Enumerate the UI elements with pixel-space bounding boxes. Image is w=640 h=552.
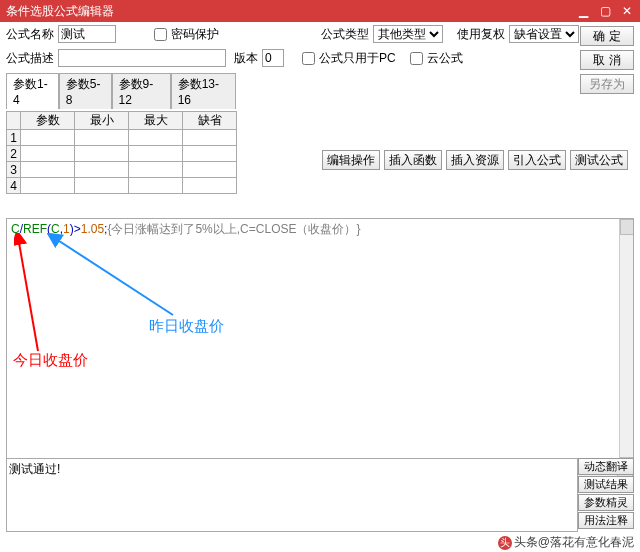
table-row: 1 [7, 130, 237, 146]
table-row: 4 [7, 178, 237, 194]
col-max: 最大 [129, 112, 183, 130]
name-label: 公式名称 [6, 26, 54, 43]
insert-res-button[interactable]: 插入资源 [446, 150, 504, 170]
fq-label: 使用复权 [457, 26, 505, 43]
ver-input[interactable] [262, 49, 284, 67]
editor-toolbar: 编辑操作 插入函数 插入资源 引入公式 测试公式 [316, 148, 634, 172]
test-formula-button[interactable]: 测试公式 [570, 150, 628, 170]
annotation-today: 今日收盘价 [13, 351, 88, 370]
minimize-icon[interactable]: ▁ [576, 4, 590, 18]
table-row: 3 [7, 162, 237, 178]
code-line: C/REF(C,1)>1.05;{今日涨幅达到了5%以上,C=CLOSE（收盘价… [7, 219, 633, 240]
usage-note-button[interactable]: 用法注释 [578, 512, 634, 529]
close-icon[interactable]: ✕ [620, 4, 634, 18]
cloud-label: 云公式 [427, 50, 463, 67]
titlebar: 条件选股公式编辑器 ▁ ▢ ✕ [0, 0, 640, 22]
insert-func-button[interactable]: 插入函数 [384, 150, 442, 170]
import-formula-button[interactable]: 引入公式 [508, 150, 566, 170]
arrow-blue-icon [47, 233, 177, 319]
password-label: 密码保护 [171, 26, 219, 43]
svg-line-0 [18, 237, 38, 351]
param-table: 参数 最小 最大 缺省 1 2 3 4 [6, 111, 237, 194]
col-min: 最小 [75, 112, 129, 130]
log-panel: 测试通过! [6, 458, 578, 532]
ok-button[interactable]: 确 定 [580, 26, 634, 46]
desc-input[interactable] [58, 49, 226, 67]
watermark: 头头条@落花有意化春泥 [498, 534, 634, 551]
arrow-red-icon [14, 233, 44, 353]
pc-only-label: 公式只用于PC [319, 50, 396, 67]
name-input[interactable] [58, 25, 116, 43]
pc-only-checkbox[interactable] [302, 52, 315, 65]
col-default: 缺省 [183, 112, 237, 130]
annotation-yesterday: 昨日收盘价 [149, 317, 224, 336]
edit-ops-button[interactable]: 编辑操作 [322, 150, 380, 170]
table-row: 2 [7, 146, 237, 162]
param-wizard-button[interactable]: 参数精灵 [578, 494, 634, 511]
tab-params-5-8[interactable]: 参数5-8 [59, 73, 112, 109]
maximize-icon[interactable]: ▢ [598, 4, 612, 18]
logo-icon: 头 [498, 536, 512, 550]
dyn-translate-button[interactable]: 动态翻译 [578, 458, 634, 475]
desc-label: 公式描述 [6, 50, 54, 67]
type-label: 公式类型 [321, 26, 369, 43]
tab-params-1-4[interactable]: 参数1-4 [6, 73, 59, 109]
param-tabs: 参数1-4 参数5-8 参数9-12 参数13-16 [6, 72, 236, 109]
tab-params-13-16[interactable]: 参数13-16 [171, 73, 236, 109]
code-editor[interactable]: C/REF(C,1)>1.05;{今日涨幅达到了5%以上,C=CLOSE（收盘价… [6, 218, 634, 488]
type-select[interactable]: 其他类型 [373, 25, 443, 43]
form-row-2: 公式描述 版本 公式只用于PC 云公式 [0, 46, 640, 70]
col-name: 参数 [21, 112, 75, 130]
cancel-button[interactable]: 取 消 [580, 50, 634, 70]
fq-select[interactable]: 缺省设置 [509, 25, 579, 43]
password-checkbox[interactable] [154, 28, 167, 41]
ver-label: 版本 [234, 50, 258, 67]
log-text: 测试通过! [9, 462, 60, 476]
cloud-checkbox[interactable] [410, 52, 423, 65]
window-title: 条件选股公式编辑器 [6, 3, 114, 20]
v-scrollbar[interactable] [619, 219, 633, 473]
tab-params-9-12[interactable]: 参数9-12 [112, 73, 171, 109]
test-result-button[interactable]: 测试结果 [578, 476, 634, 493]
form-row-1: 公式名称 密码保护 公式类型 其他类型 使用复权 缺省设置 [0, 22, 640, 46]
svg-line-1 [53, 237, 173, 315]
saveas-button[interactable]: 另存为 [580, 74, 634, 94]
